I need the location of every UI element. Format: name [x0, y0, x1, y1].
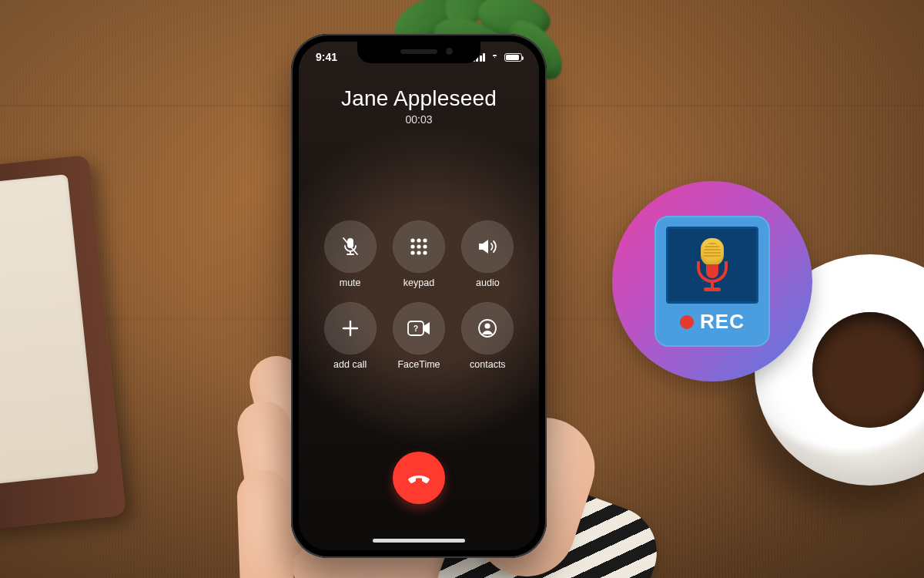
call-duration: 00:03 — [299, 113, 539, 126]
svg-point-3 — [423, 238, 427, 242]
speaker-icon — [476, 235, 499, 258]
caller-name: Jane Appleseed — [299, 86, 539, 111]
svg-point-2 — [417, 238, 420, 242]
add-call-button[interactable] — [324, 302, 377, 355]
audio-label: audio — [476, 277, 500, 288]
end-call-button[interactable] — [393, 452, 445, 504]
record-dot-icon — [680, 315, 694, 329]
svg-point-13 — [485, 323, 490, 328]
keypad-button[interactable] — [393, 220, 445, 273]
svg-text:?: ? — [413, 324, 418, 333]
svg-point-7 — [410, 250, 414, 254]
microphone-icon — [697, 238, 728, 292]
mute-label: mute — [340, 277, 361, 288]
call-controls-grid: mute keypad — [299, 220, 539, 370]
mute-icon — [339, 235, 362, 258]
svg-point-6 — [423, 244, 427, 248]
keypad-icon — [408, 236, 430, 257]
svg-point-9 — [423, 250, 427, 254]
record-label: REC — [700, 310, 745, 334]
svg-point-1 — [410, 238, 414, 242]
phone-screen: 9:41 Jane Appleseed 00:03 — [299, 42, 539, 550]
phone-device: 9:41 Jane Appleseed 00:03 — [291, 34, 547, 558]
hangup-icon — [405, 464, 433, 492]
facetime-button[interactable]: ? — [393, 302, 445, 355]
wifi-icon — [489, 53, 500, 62]
contacts-icon — [477, 318, 498, 339]
contacts-button[interactable] — [461, 302, 514, 355]
record-app-card: REC — [654, 216, 770, 347]
facetime-icon: ? — [407, 319, 431, 338]
svg-point-5 — [417, 244, 420, 248]
battery-icon — [504, 53, 522, 62]
svg-point-4 — [410, 244, 414, 248]
home-indicator[interactable] — [373, 539, 465, 543]
status-time: 9:41 — [316, 51, 337, 63]
svg-point-8 — [417, 250, 420, 254]
mute-button[interactable] — [324, 220, 377, 273]
plus-icon — [340, 318, 361, 339]
add-call-label: add call — [333, 359, 367, 370]
contacts-label: contacts — [470, 359, 506, 370]
caller-info: Jane Appleseed 00:03 — [299, 86, 539, 126]
audio-button[interactable] — [461, 220, 514, 273]
phone-notch — [357, 42, 480, 63]
record-app-inner — [666, 227, 758, 304]
keypad-label: keypad — [403, 277, 434, 288]
record-app-badge: REC — [612, 181, 812, 381]
facetime-label: FaceTime — [397, 359, 440, 370]
